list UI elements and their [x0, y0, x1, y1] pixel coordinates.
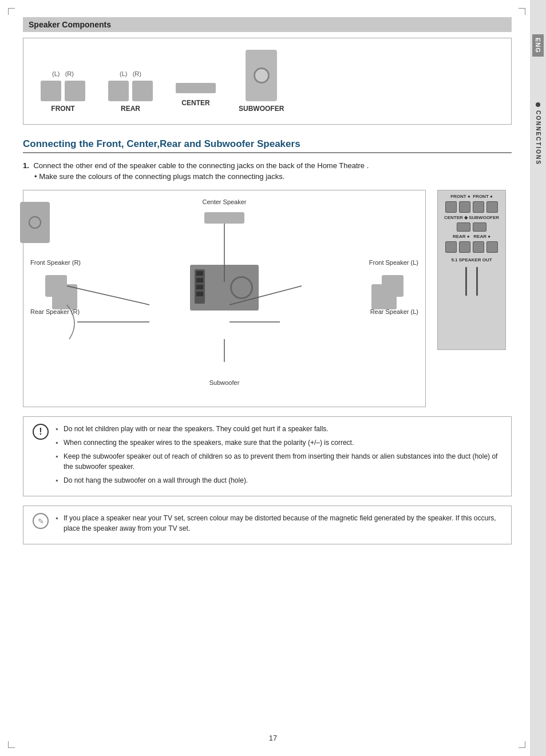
warning-item-1: Do not let children play with or near th…: [56, 424, 502, 434]
center-speaker-label: Center Speaker: [202, 198, 246, 205]
subwoofer-diagram-label: Subwoofer: [209, 379, 240, 386]
panel-jack-rl: [445, 241, 457, 253]
corner-mark-tl: [8, 8, 15, 15]
note-item-1: If you place a speaker near your TV set,…: [56, 513, 502, 534]
warning-item-4: Do not hang the subwoofer on a wall thro…: [56, 475, 502, 486]
side-panel-image: FRONT ● FRONT ● CENTER ◆ SUBWOOFER REAR …: [437, 190, 506, 350]
side-tab: ENG CONNECTIONS: [530, 0, 546, 756]
front-pair: [41, 81, 85, 101]
front-lr-label: (L) (R): [52, 70, 74, 77]
speaker-subwoofer: SUBWOOFER: [239, 50, 284, 113]
panel-wire-l: [465, 267, 467, 296]
rear-right-cube: [132, 81, 153, 101]
front-label: FRONT: [51, 105, 74, 113]
speaker-front: (L) (R) FRONT: [41, 70, 85, 113]
diag-center-speaker: [204, 212, 244, 224]
subwoofer-circle: [254, 67, 270, 83]
connection-area: Center Speaker Front Speaker (R) Front S…: [23, 190, 512, 407]
center-label: CENTER: [181, 99, 209, 107]
panel-jack-rl2: [473, 241, 484, 253]
panel-center-sub-row: [457, 222, 486, 232]
subwoofer-shape: [246, 50, 277, 101]
corner-mark-tr: [519, 8, 525, 15]
note-list: If you place a speaker near your TV set,…: [56, 513, 502, 537]
note-icon: ✎: [33, 513, 49, 529]
diag-rear-r-speaker: [52, 284, 77, 309]
panel-jack-fl: [445, 201, 457, 213]
step-1-num: 1.: [23, 161, 29, 170]
step-1-text: Connect the other end of the speaker cab…: [33, 161, 369, 170]
center-bar: [176, 83, 216, 93]
panel-front-row: [445, 201, 498, 213]
panel-jack-fr: [459, 201, 470, 213]
speaker-components-header: Speaker Components: [23, 17, 512, 32]
subwoofer-label: SUBWOOFER: [239, 105, 284, 113]
side-dot: [536, 102, 540, 107]
connection-diagram: Center Speaker Front Speaker (R) Front S…: [23, 190, 426, 407]
warning-list: Do not let children play with or near th…: [56, 424, 502, 489]
rear-label: REAR: [121, 105, 140, 113]
panel-jack-fl2: [473, 201, 484, 213]
rear-lr-label: (L) (R): [120, 70, 141, 77]
warning-item-3: Keep the subwoofer speaker out of reach …: [56, 451, 502, 472]
step-1-bullet: • Make sure the colours of the connectin…: [34, 172, 512, 181]
rear-pair: [108, 81, 153, 101]
warning-icon: !: [33, 424, 49, 440]
diag-main-unit: [190, 265, 259, 311]
speaker-center: CENTER: [176, 83, 216, 107]
diag-sub-circle: [29, 216, 41, 229]
warning-item-2: When connecting the speaker wires to the…: [56, 437, 502, 448]
main-content: Speaker Components (L) (R) FRONT (L) (R)…: [23, 17, 512, 544]
connecting-title: Connecting the Front, Center,Rear and Su…: [23, 138, 512, 153]
warning-box: ! Do not let children play with or near …: [23, 416, 512, 496]
diag-rear-l-speaker: [371, 284, 397, 309]
speaker-rear: (L) (R) REAR: [108, 70, 153, 113]
panel-wire-r: [476, 267, 478, 296]
panel-jack-rr2: [486, 241, 498, 253]
front-right-cube: [65, 81, 85, 101]
corner-mark-bl: [8, 741, 15, 748]
speaker-components-box: (L) (R) FRONT (L) (R) REAR CENTER: [23, 38, 512, 125]
front-l-speaker-label: Front Speaker (L): [369, 259, 418, 266]
panel-jack-sub: [473, 222, 486, 232]
lang-tab: ENG: [532, 34, 544, 57]
section-tab: CONNECTIONS: [535, 102, 541, 165]
panel-jack-rr: [459, 241, 470, 253]
page-number: 17: [269, 734, 277, 742]
svg-line-1: [67, 286, 149, 305]
panel-jack-fr2: [486, 201, 498, 213]
step-1: 1. Connect the other end of the speaker …: [23, 161, 512, 181]
front-r-speaker-label: Front Speaker (R): [30, 259, 81, 266]
note-box: ✎ If you place a speaker near your TV se…: [23, 506, 512, 544]
front-left-cube: [41, 81, 61, 101]
rear-left-cube: [108, 81, 129, 101]
diag-subwoofer: [20, 202, 50, 243]
corner-mark-br: [519, 741, 525, 748]
panel-rear-row: [445, 241, 498, 253]
panel-jack-center: [457, 222, 470, 232]
